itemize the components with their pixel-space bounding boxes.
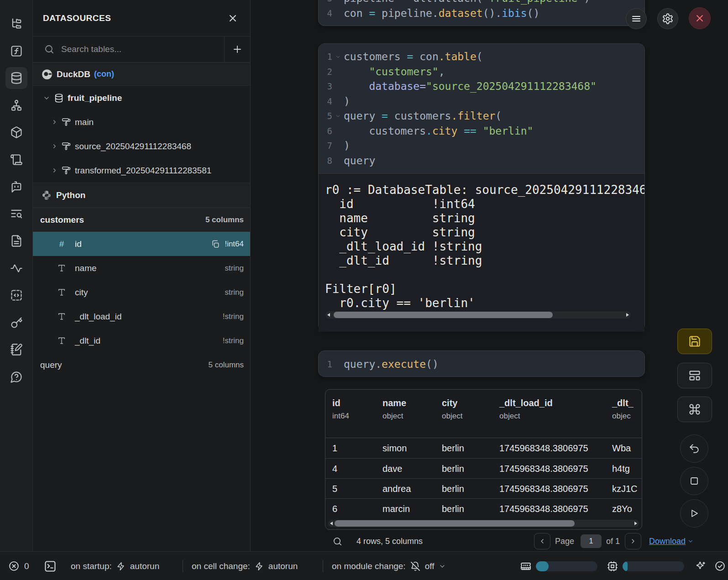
code-text: database="source_202504291112283468" [343, 80, 597, 92]
code-line[interactable]: 2 "customers", [319, 64, 644, 79]
download-link[interactable]: Download [649, 533, 694, 549]
help-button[interactable] [5, 366, 27, 388]
scroll-left-arrow[interactable] [327, 313, 330, 317]
table-cell: 1 [332, 443, 337, 454]
close-panel-button[interactable] [225, 11, 240, 26]
fold-chevron-icon[interactable] [335, 54, 341, 60]
code-editor[interactable]: 1 customers = con.table( 2 "customers", … [319, 44, 644, 173]
tracing-button[interactable] [5, 257, 27, 279]
code-editor[interactable]: 3 pipeline = dlt.attach("fruit_pipeline"… [319, 0, 644, 26]
column-row-name[interactable]: name string [33, 256, 250, 280]
horizontal-scrollbar[interactable] [328, 520, 639, 527]
code-cell-run[interactable]: 1 query.execute() [318, 350, 645, 377]
secrets-button[interactable] [5, 312, 27, 334]
code-line[interactable]: 1 query.execute() [319, 357, 644, 372]
files-panel-button[interactable] [5, 13, 27, 35]
packages-panel-button[interactable] [5, 121, 27, 143]
column-row-dlt-load-id[interactable]: _dlt_load_id !string [33, 304, 250, 329]
functions-panel-button[interactable] [5, 40, 27, 62]
code-text: query.execute() [343, 358, 439, 370]
scrollbar-thumb[interactable] [335, 520, 575, 527]
on-cell-change-toggle[interactable]: on cell change: autorun [192, 552, 298, 580]
copy-icon[interactable] [211, 240, 220, 249]
code-token: ) [344, 95, 350, 107]
dependency-graph-button[interactable] [5, 94, 27, 116]
table-row[interactable]: 1simonberlin1745968348.3806975Wba [325, 438, 642, 458]
code-line[interactable]: 3 pipeline = dlt.attach("fruit_pipeline"… [319, 0, 644, 6]
code-line[interactable]: 4 ) [319, 94, 644, 109]
ai-assistant-button[interactable] [5, 176, 27, 198]
code-token: "customers" [369, 66, 438, 78]
code-editor[interactable]: 1 query.execute() [319, 351, 644, 377]
code-cell-main[interactable]: 1 customers = con.table( 2 "customers", … [318, 43, 645, 331]
settings-button[interactable] [657, 8, 678, 29]
engine-row-duckdb[interactable]: DuckDB (con) [33, 63, 250, 86]
horizontal-scrollbar[interactable] [325, 311, 631, 319]
on-startup-toggle[interactable]: on startup: autorun [71, 552, 159, 580]
add-datasource-button[interactable] [224, 37, 250, 63]
terminal-button[interactable] [44, 552, 57, 580]
page-select[interactable]: 1 [581, 534, 602, 548]
python-section-row[interactable]: Python [33, 183, 250, 208]
column-header[interactable]: idint64 [332, 398, 349, 421]
column-row-id[interactable]: # id !int64 [33, 232, 250, 256]
save-button[interactable] [677, 329, 712, 354]
code-line[interactable]: 4 con = pipeline.dataset().ibis() [319, 6, 644, 21]
scroll-right-arrow[interactable] [626, 313, 629, 317]
undo-button[interactable] [680, 434, 708, 463]
column-header[interactable]: _dlt_objec [612, 398, 634, 421]
scroll-right-arrow[interactable] [634, 522, 637, 525]
search-list-button[interactable] [5, 203, 27, 225]
schema-row-main[interactable]: main [33, 110, 250, 134]
column-header[interactable]: cityobject [442, 398, 462, 421]
code-line[interactable]: 3 database="source_202504291112283468" [319, 79, 644, 94]
code-token: pipeline = dlt.attach( [344, 0, 483, 4]
logs-panel-button[interactable] [5, 149, 27, 171]
activity-icon [10, 262, 23, 275]
code-cell-setup[interactable]: 3 pipeline = dlt.attach("fruit_pipeline"… [318, 0, 645, 26]
terminal-icon [44, 560, 57, 573]
search-input[interactable] [61, 44, 224, 54]
scroll-left-arrow[interactable] [330, 522, 333, 525]
column-row-dlt-id[interactable]: _dlt_id !string [33, 329, 250, 353]
datasources-panel-button[interactable] [5, 67, 27, 89]
table-row[interactable]: 5andreaberlin1745968348.3806975kzJ1C [325, 478, 642, 498]
column-header[interactable]: _dlt_load_idobject [499, 398, 553, 421]
layout-toggle-button[interactable] [677, 363, 712, 388]
code-line[interactable]: 6 customers.city == "berlin" [319, 124, 644, 139]
table-search-icon[interactable] [332, 536, 343, 547]
on-module-change-toggle[interactable]: on module change: off [332, 552, 446, 580]
scratchpad-button[interactable] [5, 339, 27, 361]
snippets-button[interactable] [5, 284, 27, 306]
table-row[interactable]: 4daveberlin1745968348.3806975h4tg [325, 458, 642, 478]
error-count-indicator[interactable]: 0 [8, 552, 29, 580]
database-row[interactable]: fruit_pipeline [33, 86, 250, 110]
table-section-customers[interactable]: customers 5 columns [33, 208, 250, 232]
column-header[interactable]: nameobject [382, 398, 406, 421]
code-line[interactable]: 5 query = customers.filter( [319, 109, 644, 124]
text-type-icon [55, 336, 68, 345]
table-cell: 1745968348.3806975 [499, 463, 588, 474]
stop-button[interactable] [680, 467, 708, 495]
previous-page-button[interactable] [534, 533, 550, 549]
scrollbar-thumb[interactable] [334, 312, 553, 318]
next-page-button[interactable] [625, 533, 641, 549]
cpu-usage-meter [607, 552, 684, 580]
ai-sparkles-button[interactable] [695, 552, 706, 580]
notebook-menu-button[interactable] [626, 8, 647, 29]
line-number: 3 [319, 0, 332, 3]
code-line[interactable]: 1 customers = con.table( [319, 49, 644, 64]
fold-chevron-icon[interactable] [335, 113, 341, 119]
run-button[interactable] [680, 499, 708, 528]
schema-row-transformed[interactable]: transformed_202504291112283581 [33, 158, 250, 183]
schema-row-source[interactable]: source_202504291112283468 [33, 134, 250, 158]
documentation-button[interactable] [5, 230, 27, 252]
table-cell: z8Yo [612, 503, 632, 514]
column-row-city[interactable]: city string [33, 280, 250, 304]
code-line[interactable]: 8 query [319, 153, 644, 168]
code-line[interactable]: 7 ) [319, 138, 644, 153]
table-row[interactable]: 6marcinberlin1745968348.3806975z8Yo [325, 498, 642, 518]
table-section-query[interactable]: query 5 columns [33, 353, 250, 377]
shutdown-button[interactable] [689, 7, 711, 29]
command-palette-button[interactable] [677, 397, 712, 422]
